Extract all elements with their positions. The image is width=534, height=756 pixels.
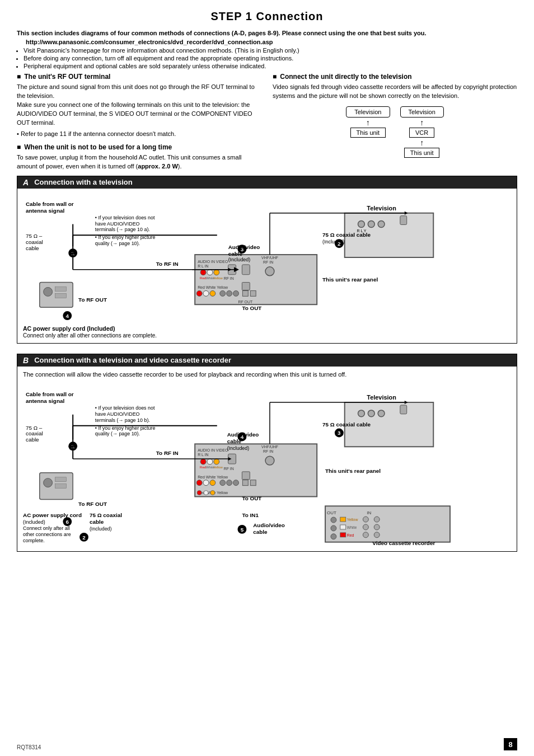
svg-text:coaxial: coaxial	[26, 430, 43, 436]
svg-text:R    L    IN: R L IN	[198, 264, 208, 267]
svg-point-91	[207, 459, 213, 464]
svg-text:antenna signal: antenna signal	[26, 207, 65, 213]
svg-text:Television: Television	[367, 204, 396, 211]
svg-rect-172	[340, 532, 346, 537]
section-b-letter: B	[23, 356, 29, 365]
arrow-3: ↑	[420, 139, 424, 147]
svg-text:Audio/video: Audio/video	[228, 244, 260, 250]
svg-point-129	[368, 410, 374, 416]
svg-point-114	[210, 490, 215, 495]
svg-text:Audio/video: Audio/video	[227, 431, 259, 438]
svg-text:4: 4	[66, 313, 69, 319]
svg-text:Cable from wall or: Cable from wall or	[26, 200, 74, 206]
svg-text:complete.: complete.	[23, 537, 45, 543]
intro-bullet-1: Visit Panasonic's homepage for more info…	[24, 47, 517, 54]
svg-text:IN: IN	[367, 510, 371, 515]
svg-rect-144	[55, 483, 66, 488]
diagram-b-svg: Cable from wall or antenna signal 75 Ω –…	[23, 383, 511, 546]
svg-text:(Included): (Included)	[322, 239, 345, 245]
vcr-box: VCR	[409, 128, 434, 138]
svg-point-130	[378, 410, 385, 416]
svg-point-100	[265, 456, 274, 465]
svg-point-32	[210, 290, 216, 296]
two-col-section: The unit's RF OUT terminal The picture a…	[17, 73, 517, 171]
svg-text:Connect only after all: Connect only after all	[23, 525, 70, 530]
small-diagram: Television ↑ This unit Television ↑ VCR …	[273, 106, 517, 158]
page: STEP 1 Connection This section includes …	[0, 0, 534, 756]
svg-text:Yellow: Yellow	[213, 465, 223, 468]
svg-text:RF IN: RF IN	[224, 466, 234, 470]
svg-text:• If you enjoy higher picture: • If you enjoy higher picture	[95, 425, 156, 430]
svg-text:VHF/UHF: VHF/UHF	[261, 255, 278, 259]
svg-text:Red: Red	[347, 533, 354, 537]
svg-text:To RF IN: To RF IN	[156, 260, 179, 266]
svg-text:VHF/UHF: VHF/UHF	[261, 445, 278, 449]
svg-text:coaxial: coaxial	[26, 239, 43, 245]
svg-rect-71	[55, 287, 66, 291]
svg-point-30	[196, 290, 202, 296]
svg-text:Video cassette recorder: Video cassette recorder	[372, 539, 435, 546]
ac-power-text: AC power supply cord (Included)	[23, 325, 115, 332]
svg-text:Red White Yellow: Red White Yellow	[198, 475, 228, 478]
connect-tv-section: Connect the unit directly to the televis…	[273, 73, 517, 171]
connect-tv-heading: Connect the unit directly to the televis…	[273, 73, 517, 81]
svg-text:cable: cable	[90, 519, 104, 525]
svg-text:Red: Red	[200, 465, 206, 468]
not-used-heading: When the unit is not to be used for a lo…	[17, 143, 261, 151]
svg-rect-25	[242, 264, 250, 274]
svg-text:• If your television does not: • If your television does not	[95, 405, 155, 410]
svg-text:other connections are: other connections are	[23, 531, 71, 537]
rf-out-heading: The unit's RF OUT terminal	[17, 73, 261, 81]
svg-text:Red: Red	[200, 276, 206, 279]
svg-text:To RF IN: To RF IN	[156, 450, 179, 456]
this-unit-2: This unit	[404, 148, 440, 158]
svg-text:antenna signal: antenna signal	[26, 398, 65, 404]
svg-point-28	[265, 266, 274, 275]
section-b-content: The connection will allow the video cass…	[17, 367, 517, 551]
svg-text:cable: cable	[227, 438, 242, 444]
svg-point-17	[200, 269, 206, 275]
svg-point-104	[210, 480, 216, 485]
svg-text:cable: cable	[228, 251, 243, 257]
svg-point-107	[233, 480, 239, 485]
svg-point-102	[196, 480, 202, 485]
svg-text:AC power supply cord: AC power supply cord	[23, 512, 82, 518]
svg-point-175	[374, 516, 380, 522]
svg-point-177	[374, 532, 380, 537]
svg-text:To OUT: To OUT	[242, 495, 261, 501]
svg-point-35	[233, 290, 239, 296]
svg-point-163	[331, 517, 336, 523]
svg-text:Television: Television	[367, 394, 396, 401]
svg-rect-36	[242, 290, 248, 296]
diagram-a-svg: Cable from wall or antenna signal 75 Ω –…	[23, 193, 511, 322]
svg-text:RF IN: RF IN	[263, 449, 273, 453]
ac-power-note: Connect only after all other connections…	[23, 332, 157, 339]
tv-box-2: Television	[400, 106, 444, 118]
svg-point-164	[331, 525, 336, 531]
not-used-body: To save power, unplug it from the househ…	[17, 153, 261, 171]
svg-point-103	[203, 480, 209, 485]
section-b-title: Connection with a television and video c…	[34, 356, 231, 364]
intro-bullet-3: Peripheral equipment and optional cables…	[24, 63, 517, 69]
svg-rect-37	[250, 290, 256, 296]
svg-text:have AUDIO/VIDEO: have AUDIO/VIDEO	[95, 411, 140, 416]
rf-out-body: The picture and sound signal from this u…	[17, 83, 261, 128]
svg-text:cable: cable	[26, 436, 39, 443]
arrow-1: ↑	[366, 119, 370, 126]
svg-text:75 Ω –: 75 Ω –	[26, 233, 43, 239]
svg-point-176	[374, 524, 380, 530]
svg-point-106	[227, 480, 232, 485]
svg-text:terminals (→ page 10 b).: terminals (→ page 10 b).	[95, 417, 150, 422]
this-unit-1: This unit	[350, 128, 386, 138]
svg-text:RF IN: RF IN	[224, 276, 234, 280]
svg-text:RF OUT: RF OUT	[238, 300, 253, 304]
svg-point-171	[363, 524, 368, 530]
svg-text:(Included): (Included)	[23, 519, 45, 525]
svg-text:To RF OUT: To RF OUT	[78, 297, 107, 303]
svg-text:White: White	[347, 525, 357, 529]
svg-point-112	[197, 490, 202, 495]
svg-point-52	[368, 220, 374, 227]
svg-text:quality (→ page 10).: quality (→ page 10).	[95, 431, 140, 436]
svg-rect-108	[242, 480, 248, 485]
svg-point-105	[220, 480, 226, 485]
